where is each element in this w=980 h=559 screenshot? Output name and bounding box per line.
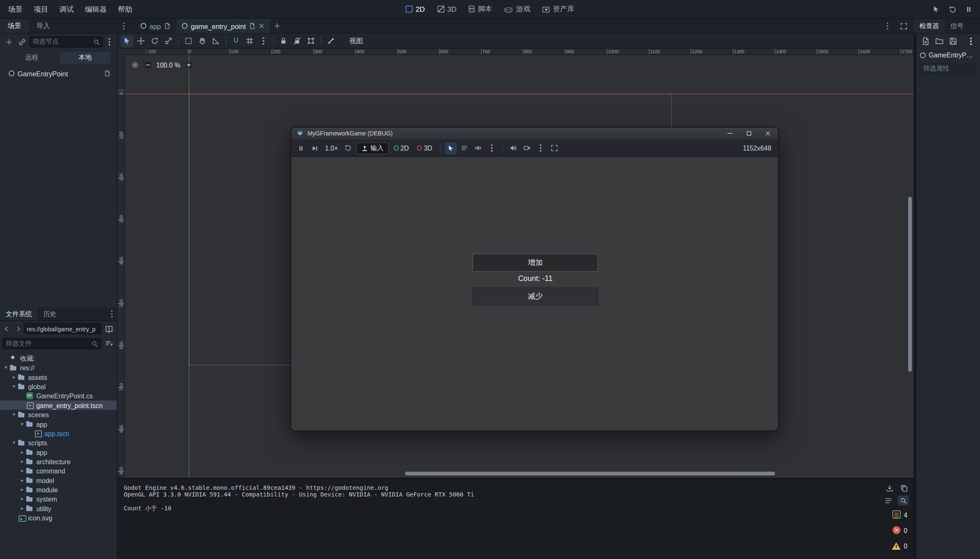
reload-icon[interactable]	[946, 3, 959, 16]
minimize-button[interactable]	[721, 127, 740, 140]
file-item[interactable]: res://	[0, 363, 117, 372]
expand-editor-icon[interactable]	[897, 20, 910, 32]
expand-arrow-icon[interactable]	[10, 410, 17, 419]
pick-node-icon[interactable]	[445, 142, 456, 154]
filter-files-input[interactable]: 筛选文件	[3, 338, 101, 349]
expand-arrow-icon[interactable]	[19, 447, 26, 457]
message-filter[interactable]: 4	[892, 508, 909, 521]
filter-properties-input[interactable]: 筛选属性	[920, 63, 976, 74]
input-mode-toggle[interactable]: 输入	[356, 142, 388, 154]
load-resource-icon[interactable]	[934, 36, 944, 47]
close-button[interactable]	[758, 127, 777, 140]
workspace-button[interactable]: 脚本	[463, 0, 498, 18]
expand-arrow-icon[interactable]	[10, 438, 17, 447]
file-item[interactable]: 收藏:	[0, 354, 117, 363]
save-resource-icon[interactable]	[948, 36, 958, 47]
file-item[interactable]: assets	[0, 372, 117, 382]
embed-fullscreen-icon[interactable]	[548, 142, 560, 154]
mode-button[interactable]: 远程	[6, 52, 57, 63]
menu-item[interactable]: 调试	[54, 0, 79, 18]
save-log-icon[interactable]	[884, 483, 894, 493]
restart-icon[interactable]	[342, 142, 354, 154]
add-node-icon[interactable]	[3, 36, 14, 48]
expand-arrow-icon[interactable]	[19, 494, 26, 503]
error-filter[interactable]: 0	[892, 523, 909, 536]
expand-arrow-icon[interactable]	[3, 363, 9, 372]
script-icon[interactable]	[164, 23, 171, 29]
script-icon[interactable]	[104, 70, 110, 77]
audio-mute-icon[interactable]	[507, 142, 519, 154]
suspend-icon[interactable]	[295, 142, 307, 154]
grid-snap-icon[interactable]	[243, 35, 256, 47]
unlock-icon[interactable]	[291, 35, 304, 47]
file-item[interactable]: app	[0, 419, 117, 429]
expand-arrow-icon[interactable]	[19, 476, 26, 485]
scene-tree-node[interactable]: GameEntryPoint	[0, 68, 117, 79]
pause-icon[interactable]	[962, 3, 975, 16]
workspace-button[interactable]: 游戏	[498, 0, 537, 18]
zoom-out-button[interactable]	[143, 60, 153, 70]
current-path[interactable]: res://global/game_entry_p	[24, 323, 102, 334]
expand-arrow-icon[interactable]	[19, 466, 26, 475]
smart-snap-icon[interactable]	[229, 35, 242, 47]
dock-tab[interactable]: 导入	[29, 19, 58, 33]
sort-files-icon[interactable]	[103, 338, 115, 349]
mode-2d-toggle[interactable]: 2D	[391, 144, 412, 152]
close-tab-icon[interactable]	[259, 23, 264, 28]
workspace-button[interactable]: 2D	[399, 0, 431, 18]
left-dock-menu-icon[interactable]	[117, 20, 130, 32]
file-item[interactable]: module	[0, 485, 117, 494]
visibility-icon[interactable]	[472, 142, 484, 154]
viewport-settings-icon[interactable]	[130, 60, 140, 70]
ruler-tool-icon[interactable]	[209, 35, 222, 47]
increase-button[interactable]: 增加	[472, 254, 598, 272]
vertical-scrollbar[interactable]	[908, 197, 912, 372]
game-window-titlebar[interactable]: MyGFrameworkGame (DEBUG)	[291, 127, 778, 140]
file-item[interactable]: icon.svg	[0, 513, 117, 522]
file-item[interactable]: global	[0, 382, 117, 391]
scene-tab[interactable]: app	[135, 19, 177, 33]
warning-filter[interactable]: 0	[892, 539, 909, 552]
move-tool-icon[interactable]	[134, 35, 147, 47]
file-item[interactable]: command	[0, 466, 117, 475]
file-item[interactable]: model	[0, 476, 117, 485]
add-scene-tab-icon[interactable]	[271, 20, 283, 31]
file-item[interactable]: app	[0, 447, 117, 457]
history-forward-icon[interactable]	[13, 324, 22, 334]
view-menu[interactable]: 视图	[344, 36, 368, 45]
workspace-button[interactable]: 3D	[431, 0, 463, 18]
mode-button[interactable]: 本地	[60, 52, 110, 63]
file-item[interactable]: architecture	[0, 457, 117, 466]
expand-arrow-icon[interactable]	[19, 419, 26, 429]
copy-log-icon[interactable]	[899, 483, 909, 493]
filesystem-menu-icon[interactable]	[107, 309, 117, 319]
speed-multiplier[interactable]: 1.0×	[323, 144, 341, 152]
file-item[interactable]: app.tscn	[0, 429, 117, 438]
maximize-button[interactable]	[739, 127, 758, 140]
script-icon[interactable]	[249, 23, 256, 29]
file-item[interactable]: scripts	[0, 438, 117, 447]
skeleton-icon[interactable]	[324, 35, 337, 47]
selection-options-icon[interactable]	[486, 142, 498, 154]
dock-tab[interactable]: 历史	[37, 307, 62, 320]
group-icon[interactable]	[305, 35, 318, 47]
menu-item[interactable]: 帮助	[112, 0, 138, 18]
menu-item[interactable]: 场景	[3, 0, 28, 18]
dock-tab[interactable]: 文件系统	[0, 307, 37, 320]
box-select-icon[interactable]	[182, 35, 195, 47]
instance-scene-icon[interactable]	[16, 36, 28, 48]
collapse-log-icon[interactable]	[883, 495, 893, 505]
file-item[interactable]: game_entry_point.tscn	[0, 400, 117, 410]
lock-icon[interactable]	[277, 35, 290, 47]
select-mode-icon[interactable]	[930, 3, 943, 16]
file-item[interactable]: utility	[0, 504, 117, 513]
file-item[interactable]: scenes	[0, 410, 117, 419]
camera-override-icon[interactable]	[521, 142, 533, 154]
dock-tab[interactable]: 信号	[945, 19, 969, 33]
zoom-in-button[interactable]	[183, 60, 193, 70]
filter-nodes-input[interactable]: 筛选节点	[29, 36, 103, 47]
expand-arrow-icon[interactable]	[10, 372, 17, 382]
camera-options-icon[interactable]	[535, 142, 547, 154]
expand-arrow-icon[interactable]	[19, 457, 26, 466]
node-list-icon[interactable]	[459, 142, 470, 154]
